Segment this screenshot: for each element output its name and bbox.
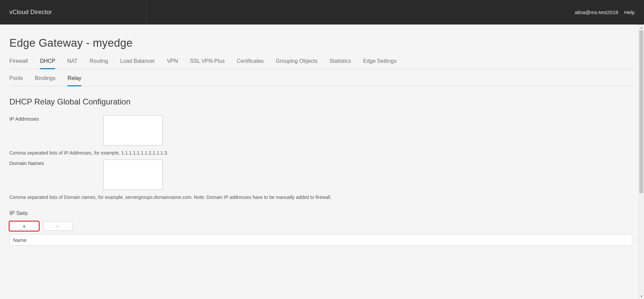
ip-addresses-label: IP Addresses: [9, 115, 103, 122]
topbar-divider: [146, 0, 146, 25]
section-title: DHCP Relay Global Configuration: [9, 97, 636, 106]
tab-vpn[interactable]: VPN: [167, 58, 178, 69]
ip-addresses-help: Comma separated lists of IP Addresses, f…: [9, 150, 636, 156]
main-tabs: Firewall DHCP NAT Routing Load Balancer …: [9, 58, 632, 69]
scroll-down-arrow-icon[interactable]: ▾: [639, 293, 644, 299]
help-link[interactable]: Help: [624, 9, 635, 15]
close-icon: ×: [56, 223, 59, 229]
domain-names-help: Comma separated lists of Domain names, f…: [9, 195, 636, 200]
tab-nat[interactable]: NAT: [67, 58, 77, 69]
row-ip-addresses: IP Addresses: [9, 115, 636, 145]
ip-addresses-input[interactable]: [103, 115, 163, 145]
topbar-left: vCloud Director: [9, 0, 146, 25]
tab-edge-settings[interactable]: Edge Settings: [363, 58, 397, 69]
col-name: Name: [13, 237, 26, 243]
remove-ip-set-button[interactable]: ×: [43, 221, 72, 231]
ip-sets-toolbar: + ×: [9, 221, 636, 231]
topbar-right: alina@ms-test2018 Help: [575, 9, 635, 15]
tab-firewall[interactable]: Firewall: [9, 58, 28, 69]
tab-statistics[interactable]: Statistics: [330, 58, 351, 69]
content: Edge Gateway - myedge Firewall DHCP NAT …: [0, 25, 638, 299]
tab-dhcp[interactable]: DHCP: [40, 58, 55, 69]
ip-sets-table-header: Name: [9, 234, 632, 246]
add-ip-set-button[interactable]: +: [9, 221, 39, 231]
plus-icon: +: [23, 223, 26, 229]
subtab-pools[interactable]: Pools: [9, 75, 23, 86]
sub-tabs: Pools Bindings Relay: [9, 75, 632, 86]
brand-title: vCloud Director: [9, 9, 52, 16]
vertical-scrollbar[interactable]: ▴ ▾: [638, 25, 644, 299]
user-menu[interactable]: alina@ms-test2018: [575, 9, 618, 15]
domain-names-label: Domain Names: [9, 160, 103, 166]
tab-certificates[interactable]: Certificates: [237, 58, 264, 69]
page-title: Edge Gateway - myedge: [9, 37, 636, 49]
domain-names-input[interactable]: [103, 160, 163, 190]
subtab-relay[interactable]: Relay: [67, 75, 81, 86]
tab-load-balancer[interactable]: Load Balancer: [120, 58, 155, 69]
scroll-track[interactable]: [639, 30, 644, 293]
ip-sets-title: IP Sets: [9, 210, 636, 217]
tab-routing[interactable]: Routing: [90, 58, 108, 69]
tab-grouping-objects[interactable]: Grouping Objects: [276, 58, 318, 69]
scroll-up-arrow-icon[interactable]: ▴: [639, 25, 644, 30]
scroll-thumb[interactable]: [639, 30, 643, 193]
topbar: vCloud Director alina@ms-test2018 Help: [0, 0, 644, 25]
subtab-bindings[interactable]: Bindings: [35, 75, 55, 86]
tab-ssl-vpn-plus[interactable]: SSL VPN-Plus: [190, 58, 225, 69]
row-domain-names: Domain Names: [9, 160, 636, 190]
